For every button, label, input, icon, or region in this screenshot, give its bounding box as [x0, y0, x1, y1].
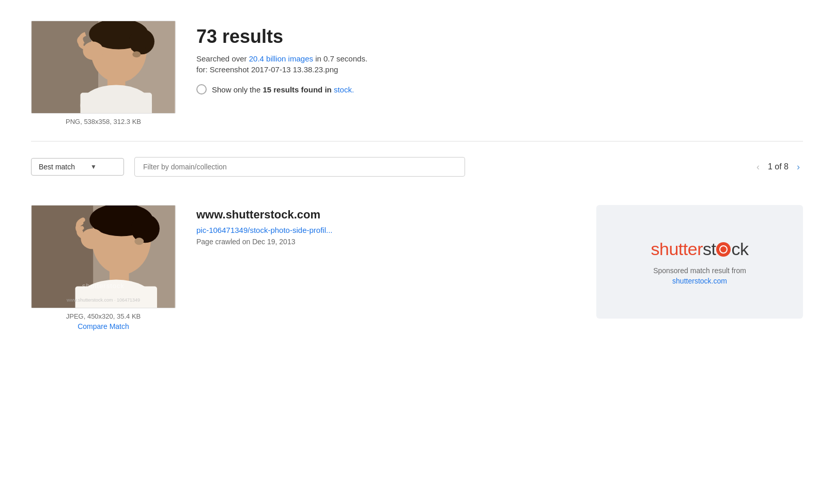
result-item: shutterstock www.shutterstock.com · 1064…	[31, 195, 803, 346]
results-description: Searched over 20.4 billion images in 0.7…	[196, 53, 367, 65]
svg-point-8	[132, 51, 141, 57]
result-image: shutterstock www.shutterstock.com · 1064…	[31, 205, 176, 308]
stock-filter-link[interactable]: stock.	[334, 85, 354, 94]
billion-images-highlight: 20.4 billion images	[249, 54, 313, 63]
query-image-wrap: PNG, 538x358, 312.3 KB	[31, 21, 176, 125]
result-info: www.shutterstock.com pic-106471349/stock…	[196, 205, 576, 246]
page-current: 1	[768, 162, 773, 171]
page-total: 8	[784, 162, 789, 171]
logo-dark-part2: ck	[731, 239, 748, 259]
results-filename: for: Screenshot 2017-07-13 13.38.23.png	[196, 65, 367, 74]
query-image	[31, 21, 176, 114]
svg-rect-7	[81, 92, 152, 113]
next-page-button[interactable]: ›	[794, 161, 803, 174]
svg-point-9	[83, 42, 103, 60]
result-url[interactable]: pic-106471349/stock-photo-side-profil...	[196, 226, 576, 234]
pagination: ‹ 1 of 8 ›	[753, 161, 803, 174]
sort-label: Best match	[39, 163, 75, 171]
watermark-url: www.shutterstock.com · 106471349	[67, 297, 140, 303]
results-info: 73 results Searched over 20.4 billion im…	[196, 21, 367, 94]
stock-filter-radio[interactable]	[196, 84, 207, 94]
logo-dark-part: st	[703, 239, 716, 259]
page-of: of	[775, 162, 784, 171]
sponsored-link[interactable]: shutterstock.com	[672, 277, 727, 285]
stock-filter-prefix: Show only the	[212, 85, 262, 94]
prev-page-button[interactable]: ‹	[753, 161, 763, 174]
controls-bar: Best match ▼ ‹ 1 of 8 ›	[31, 157, 803, 177]
watermark-text: shutterstock	[82, 282, 125, 290]
sponsored-box: shutterstck Sponsored match result from …	[596, 205, 803, 319]
searched-text: Searched over	[196, 54, 249, 63]
results-count: 73 results	[196, 26, 367, 48]
header-section: PNG, 538x358, 312.3 KB 73 results Search…	[31, 21, 803, 141]
svg-point-18	[81, 229, 103, 249]
in-time-text: in 0.7 seconds.	[313, 54, 367, 63]
stock-filter-count: 15 results found in	[262, 85, 334, 94]
sponsored-text: Sponsored match result from	[653, 266, 746, 275]
logo-red-part: shutter	[651, 239, 703, 259]
compare-match-link[interactable]: Compare Match	[78, 322, 129, 330]
stock-filter-label: Show only the 15 results found in stock.	[212, 85, 354, 94]
camera-icon	[716, 242, 731, 257]
svg-point-14	[131, 214, 159, 243]
filter-input[interactable]	[134, 157, 465, 177]
sort-dropdown-arrow-icon: ▼	[90, 163, 97, 170]
stock-filter: Show only the 15 results found in stock.	[196, 84, 367, 94]
result-crawled: Page crawled on Dec 19, 2013	[196, 238, 576, 246]
query-image-meta: PNG, 538x358, 312.3 KB	[66, 118, 141, 125]
result-domain: www.shutterstock.com	[196, 208, 576, 222]
result-image-meta: JPEG, 450x320, 35.4 KB	[66, 312, 141, 320]
svg-point-4	[129, 29, 154, 54]
shutterstock-logo: shutterstck	[651, 239, 749, 259]
result-image-wrap: shutterstock www.shutterstock.com · 1064…	[31, 205, 176, 330]
page-info: 1 of 8	[768, 162, 789, 171]
svg-point-19	[134, 238, 144, 245]
sort-dropdown[interactable]: Best match ▼	[31, 158, 124, 176]
